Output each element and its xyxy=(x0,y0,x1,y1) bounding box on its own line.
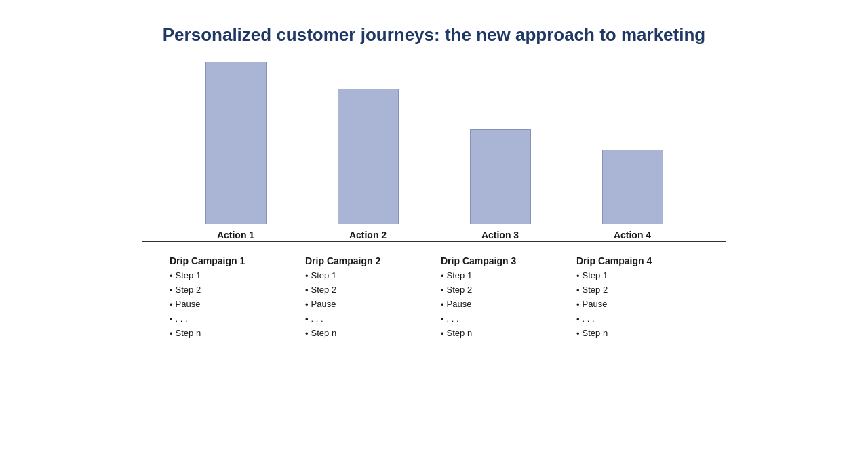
bar-group-2: Action 2 xyxy=(302,89,434,241)
campaign-col-4: Drip Campaign 4•Step 1•Step 2•Pause•. . … xyxy=(570,255,705,342)
bullet-icon: • xyxy=(576,285,580,297)
campaign-step: •Pause xyxy=(305,299,427,311)
bullet-icon: • xyxy=(170,285,173,297)
bar-2 xyxy=(338,89,399,224)
bar-label-1: Action 1 xyxy=(217,230,254,241)
step-text: Step 2 xyxy=(447,285,473,295)
bars-container: Action 1Action 2Action 3Action 4 xyxy=(142,59,726,242)
step-text: Step 1 xyxy=(176,270,201,280)
bullet-icon: • xyxy=(305,270,309,283)
step-text: . . . xyxy=(176,314,188,324)
campaign-title-2: Drip Campaign 2 xyxy=(305,255,427,266)
campaign-step: •. . . xyxy=(441,314,563,326)
bullet-icon: • xyxy=(170,328,173,340)
bullet-icon: • xyxy=(305,285,309,297)
campaign-steps-4: •Step 1•Step 2•Pause•. . .•Step n xyxy=(576,270,698,340)
campaign-step: •Step 1 xyxy=(441,270,563,283)
campaign-steps-2: •Step 1•Step 2•Pause•. . .•Step n xyxy=(305,270,427,340)
campaign-step: •. . . xyxy=(305,314,427,326)
step-text: . . . xyxy=(583,314,595,324)
campaign-step: •Step 2 xyxy=(576,285,698,297)
bar-label-3: Action 3 xyxy=(481,230,519,241)
bullet-icon: • xyxy=(576,314,580,326)
bullet-icon: • xyxy=(305,314,309,326)
campaign-step: •Step n xyxy=(170,328,292,340)
bullet-icon: • xyxy=(576,328,580,340)
bullet-icon: • xyxy=(305,328,309,340)
campaign-step: •Pause xyxy=(170,299,292,311)
step-text: Pause xyxy=(311,299,336,309)
bullet-icon: • xyxy=(441,328,444,340)
step-text: . . . xyxy=(447,314,459,324)
campaign-title-1: Drip Campaign 1 xyxy=(170,255,292,266)
bar-group-4: Action 4 xyxy=(566,150,698,241)
step-text: Step 2 xyxy=(176,285,201,295)
campaign-title-3: Drip Campaign 3 xyxy=(441,255,563,266)
campaign-step: •Step 2 xyxy=(305,285,427,297)
bullet-icon: • xyxy=(441,299,444,311)
campaign-step: •Step n xyxy=(441,328,563,340)
bullet-icon: • xyxy=(170,314,173,326)
step-text: Pause xyxy=(176,299,201,309)
step-text: Pause xyxy=(583,299,608,309)
campaign-steps-3: •Step 1•Step 2•Pause•. . .•Step n xyxy=(441,270,563,340)
bullet-icon: • xyxy=(441,285,444,297)
campaign-title-4: Drip Campaign 4 xyxy=(576,255,698,266)
campaign-col-1: Drip Campaign 1•Step 1•Step 2•Pause•. . … xyxy=(163,255,298,342)
campaigns-section: Drip Campaign 1•Step 1•Step 2•Pause•. . … xyxy=(142,255,726,342)
campaign-step: •Step 1 xyxy=(305,270,427,283)
step-text: Step 1 xyxy=(311,270,337,280)
campaign-step: •Pause xyxy=(576,299,698,311)
campaign-step: •Step n xyxy=(305,328,427,340)
step-text: Step 1 xyxy=(447,270,473,280)
step-text: . . . xyxy=(311,314,323,324)
campaign-step: •Pause xyxy=(441,299,563,311)
step-text: Step 2 xyxy=(583,285,608,295)
campaign-step: •. . . xyxy=(170,314,292,326)
step-text: Step n xyxy=(583,328,608,338)
step-text: Step n xyxy=(447,328,473,338)
campaign-col-3: Drip Campaign 3•Step 1•Step 2•Pause•. . … xyxy=(434,255,570,342)
campaign-step: •Step 1 xyxy=(170,270,292,283)
bullet-icon: • xyxy=(576,299,580,311)
step-text: Step 2 xyxy=(311,285,337,295)
campaign-col-2: Drip Campaign 2•Step 1•Step 2•Pause•. . … xyxy=(298,255,434,342)
bullet-icon: • xyxy=(305,299,309,311)
bar-1 xyxy=(205,62,267,224)
bullet-icon: • xyxy=(170,270,173,283)
bullet-icon: • xyxy=(441,270,444,283)
step-text: Step 1 xyxy=(583,270,608,280)
step-text: Step n xyxy=(176,328,201,338)
campaign-steps-1: •Step 1•Step 2•Pause•. . .•Step n xyxy=(170,270,292,340)
step-text: Pause xyxy=(447,299,472,309)
chart-area: Action 1Action 2Action 3Action 4 xyxy=(142,59,726,242)
campaign-step: •Step 2 xyxy=(170,285,292,297)
bar-3 xyxy=(470,129,531,224)
step-text: Step n xyxy=(311,328,337,338)
campaign-step: •Step 1 xyxy=(576,270,698,283)
bullet-icon: • xyxy=(441,314,444,326)
bar-group-1: Action 1 xyxy=(170,62,302,241)
campaign-step: •. . . xyxy=(576,314,698,326)
bar-group-3: Action 3 xyxy=(434,129,566,241)
bullet-icon: • xyxy=(576,270,580,283)
page-title: Personalized customer journeys: the new … xyxy=(136,24,732,45)
bullet-icon: • xyxy=(170,299,173,311)
bar-label-2: Action 2 xyxy=(349,230,387,241)
bar-4 xyxy=(602,150,663,224)
campaign-step: •Step 2 xyxy=(441,285,563,297)
campaign-step: •Step n xyxy=(576,328,698,340)
bar-label-4: Action 4 xyxy=(614,230,651,241)
